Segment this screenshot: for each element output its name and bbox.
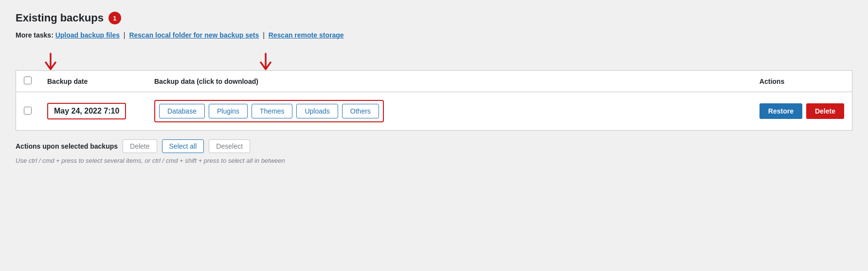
- select-all-button[interactable]: Select all: [162, 139, 204, 153]
- table-row: May 24, 2022 7:10 Database Plugins Theme…: [16, 92, 852, 131]
- select-all-checkbox[interactable]: [24, 77, 32, 84]
- database-button[interactable]: Database: [159, 104, 205, 118]
- row-actions-cell: Restore Delete: [752, 92, 852, 131]
- row-action-buttons: Restore Delete: [760, 103, 844, 119]
- backup-table-wrapper: Backup date Backup data (click to downlo…: [16, 70, 852, 131]
- title-row: Existing backups 1: [16, 12, 852, 24]
- th-checkbox: [16, 71, 40, 92]
- row-date-cell: May 24, 2022 7:10: [39, 92, 146, 131]
- data-buttons-group: Database Plugins Themes Uploads Others: [154, 100, 384, 122]
- restore-button[interactable]: Restore: [760, 103, 802, 119]
- rescan-remote-link[interactable]: Rescan remote storage: [269, 31, 344, 39]
- table-header-row: Backup date Backup data (click to downlo…: [16, 71, 852, 92]
- plugins-button[interactable]: Plugins: [209, 104, 248, 118]
- delete-row-button[interactable]: Delete: [806, 103, 844, 119]
- help-text: Use ctrl / cmd + press to select several…: [16, 157, 852, 164]
- th-actions: Actions: [752, 71, 852, 92]
- bulk-actions-label: Actions upon selected backups: [16, 142, 118, 150]
- backup-date-text: May 24, 2022 7:10: [54, 107, 119, 115]
- row-checkbox-cell: [16, 92, 40, 131]
- uploads-button[interactable]: Uploads: [296, 104, 338, 118]
- bulk-actions-section: Actions upon selected backups Delete Sel…: [16, 139, 852, 164]
- bulk-actions-row: Actions upon selected backups Delete Sel…: [16, 139, 852, 153]
- th-backup-date: Backup date: [39, 71, 146, 92]
- upload-backup-link[interactable]: Upload backup files: [55, 31, 120, 39]
- arrow-down-date-icon: [43, 53, 58, 70]
- page-title: Existing backups: [16, 12, 104, 24]
- deselect-button[interactable]: Deselect: [209, 139, 250, 153]
- bulk-delete-button[interactable]: Delete: [123, 139, 157, 153]
- th-backup-data: Backup data (click to download): [146, 71, 752, 92]
- themes-button[interactable]: Themes: [252, 104, 293, 118]
- row-checkbox[interactable]: [24, 107, 32, 115]
- row-data-cell: Database Plugins Themes Uploads Others: [146, 92, 752, 131]
- more-tasks-row: More tasks: Upload backup files | Rescan…: [16, 31, 852, 39]
- rescan-local-link[interactable]: Rescan local folder for new backup sets: [129, 31, 259, 39]
- arrow-down-data-icon: [258, 53, 273, 70]
- others-button[interactable]: Others: [342, 104, 379, 118]
- backup-table: Backup date Backup data (click to downlo…: [16, 70, 852, 131]
- more-tasks-label: More tasks:: [16, 31, 54, 39]
- backup-count-badge: 1: [108, 12, 121, 24]
- date-cell-bordered: May 24, 2022 7:10: [47, 103, 126, 119]
